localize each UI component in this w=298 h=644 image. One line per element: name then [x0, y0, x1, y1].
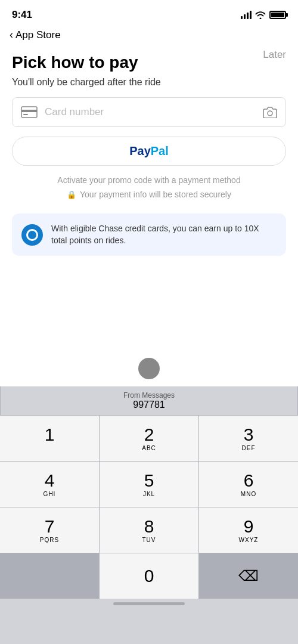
suggestion-content: From Messages 997781 [123, 391, 175, 410]
camera-icon[interactable] [263, 106, 277, 118]
paypal-pal-text: Pal [151, 144, 169, 158]
paypal-pay-text: Pay [129, 144, 151, 158]
signal-icon [241, 11, 252, 19]
svg-rect-2 [23, 114, 28, 115]
credit-card-icon [21, 106, 38, 118]
keyboard-drag-area [0, 358, 298, 379]
page-title: Pick how to pay [12, 53, 286, 72]
keyboard-area: From Messages 997781 1 2 ABC 3 DEF 4 GHI… [0, 386, 298, 644]
card-input-container[interactable]: Card number [12, 97, 286, 127]
paypal-logo: PayPal [129, 144, 169, 158]
numpad-key-9[interactable]: 9 WXYZ [199, 507, 298, 553]
back-button[interactable]: ‹ App Store [10, 29, 61, 41]
home-bar [113, 602, 185, 605]
svg-point-3 [268, 111, 272, 116]
suggestion-source: From Messages [123, 391, 175, 400]
promo-activate-text: Activate your promo code with a payment … [12, 175, 286, 185]
home-indicator [0, 599, 298, 610]
back-chevron-icon: ‹ [10, 29, 13, 41]
numpad-key-5[interactable]: 5 JKL [100, 462, 198, 507]
numpad-key-delete[interactable]: ⌫ [199, 553, 298, 599]
delete-icon: ⌫ [238, 568, 259, 584]
wifi-icon [255, 11, 266, 19]
promo-section: Activate your promo code with a payment … [0, 175, 298, 206]
suggestion-divider-left [0, 386, 1, 415]
status-bar: 9:41 [0, 0, 298, 26]
numpad-key-0[interactable]: 0 [100, 553, 198, 599]
status-icons [241, 11, 286, 19]
battery-icon [269, 11, 286, 19]
suggestion-value: 997781 [123, 400, 175, 410]
page-subtitle: You'll only be charged after the ride [12, 77, 286, 88]
later-button[interactable]: Later [263, 49, 286, 61]
header-section: Pick how to pay You'll only be charged a… [0, 46, 298, 97]
keyboard-toggle-pill[interactable] [138, 358, 160, 379]
chase-promo-card: With eligible Chase credit cards, you ca… [12, 213, 286, 256]
numpad-key-7[interactable]: 7 PQRS [0, 507, 99, 553]
security-text: 🔒 Your payment info will be stored secur… [12, 190, 286, 199]
numpad: 1 2 ABC 3 DEF 4 GHI 5 JKL 6 MNO 7 PQRS [0, 415, 298, 599]
numpad-key-8[interactable]: 8 TUV [100, 507, 198, 553]
nav-bar: ‹ App Store [0, 26, 298, 46]
lock-icon: 🔒 [67, 190, 76, 199]
chase-logo-icon [21, 224, 43, 246]
numpad-key-3[interactable]: 3 DEF [199, 416, 298, 461]
numpad-key-empty [0, 553, 99, 599]
card-number-input[interactable]: Card number [45, 106, 263, 118]
paypal-button[interactable]: PayPal [12, 137, 286, 166]
status-time: 9:41 [12, 9, 32, 21]
chase-promo-text: With eligible Chase credit cards, you ca… [51, 223, 277, 246]
svg-rect-1 [21, 110, 37, 112]
numpad-key-2[interactable]: 2 ABC [100, 416, 198, 461]
numpad-key-1[interactable]: 1 [0, 416, 99, 461]
numpad-key-6[interactable]: 6 MNO [199, 462, 298, 507]
security-label: Your payment info will be stored securel… [80, 190, 231, 199]
numpad-key-4[interactable]: 4 GHI [0, 462, 99, 507]
messages-suggestion-bar[interactable]: From Messages 997781 [0, 386, 298, 415]
back-label: App Store [15, 29, 61, 41]
